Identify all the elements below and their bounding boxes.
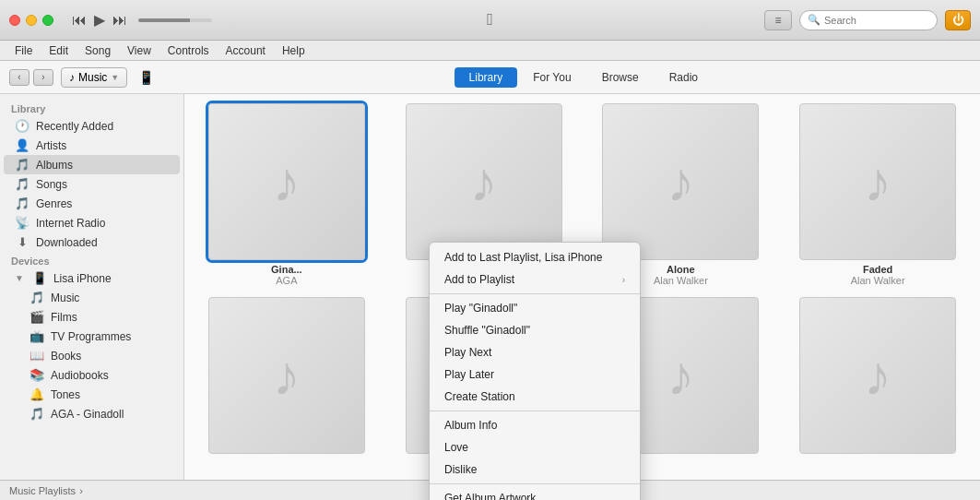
- sidebar-item-films[interactable]: 🎬 Films: [4, 307, 180, 327]
- iphone-icon: 📱: [32, 271, 47, 285]
- menu-edit[interactable]: Edit: [41, 42, 76, 59]
- content-area: ♪ Gina... AGA ♪ ♪ Alone Alan Walker ♪: [184, 94, 980, 500]
- sidebar-item-recently-added[interactable]: 🕐 Recently Added: [4, 116, 180, 136]
- apple-logo: : [487, 10, 493, 30]
- minimize-button[interactable]: [26, 15, 37, 26]
- ctx-love[interactable]: Love: [430, 436, 640, 458]
- list-view-icon: ≡: [774, 14, 781, 27]
- music-note-icon: ♪: [69, 71, 75, 84]
- ctx-play-later[interactable]: Play Later: [430, 363, 640, 386]
- ctx-play-ginadoll[interactable]: Play "Ginadoll": [430, 297, 640, 319]
- close-button[interactable]: [9, 15, 20, 26]
- fastforward-button[interactable]: ⏭: [112, 12, 127, 29]
- nav-forward-button[interactable]: ›: [33, 69, 53, 86]
- sidebar-item-books[interactable]: 📖 Books: [4, 346, 180, 365]
- music-playlists-label: Music Playlists: [9, 485, 76, 496]
- tab-radio[interactable]: Radio: [655, 67, 713, 88]
- ctx-dislike[interactable]: Dislike: [430, 458, 640, 481]
- album-card-5[interactable]: ♪: [194, 297, 380, 454]
- album-art-faded[interactable]: ♪: [799, 103, 956, 260]
- album-title-ginadoll: Gina...: [271, 264, 302, 275]
- search-input[interactable]: [824, 15, 929, 26]
- play-button[interactable]: ▶: [94, 11, 105, 29]
- ctx-create-station[interactable]: Create Station: [430, 386, 640, 408]
- tab-for-you[interactable]: For You: [518, 67, 585, 88]
- album-card-8[interactable]: ♪: [785, 297, 971, 454]
- albums-icon: 🎵: [15, 158, 30, 172]
- films-icon: 🎬: [30, 310, 44, 324]
- music-note-icon-5: ♪: [273, 344, 301, 408]
- sidebar-label-genres: Genres: [36, 197, 72, 210]
- album-artist-ginadoll: AGA: [276, 275, 297, 286]
- album-art-8[interactable]: ♪: [799, 297, 956, 454]
- tab-library[interactable]: Library: [455, 67, 518, 88]
- album-art-alone[interactable]: ♪: [602, 103, 759, 260]
- album-art-ginadoll[interactable]: ♪: [208, 103, 365, 260]
- sidebar-item-albums[interactable]: 🎵 Albums: [4, 155, 180, 174]
- nav-back-button[interactable]: ‹: [9, 69, 30, 86]
- ctx-separator-3: [430, 483, 640, 484]
- volume-slider[interactable]: [138, 18, 212, 22]
- album-art-2[interactable]: ♪: [406, 103, 562, 260]
- context-menu: Add to Last Playlist, Lisa iPhone Add to…: [429, 242, 641, 500]
- ctx-play-next[interactable]: Play Next: [430, 341, 640, 363]
- audiobooks-icon: 📚: [30, 368, 44, 382]
- search-box[interactable]: 🔍: [799, 10, 938, 30]
- sidebar-item-tv[interactable]: 📺 TV Programmes: [4, 327, 180, 346]
- menu-file[interactable]: File: [7, 42, 40, 59]
- source-selector[interactable]: ♪ Music ▼: [61, 67, 127, 88]
- sidebar-item-lisa-iphone[interactable]: ▼ 📱 Lisa iPhone: [4, 268, 180, 288]
- sidebar-label-audiobooks: Audiobooks: [51, 369, 109, 382]
- menu-song[interactable]: Song: [77, 42, 118, 59]
- device-icon[interactable]: 📱: [138, 70, 154, 85]
- ctx-add-to-playlist[interactable]: Add to Playlist ›: [430, 268, 640, 291]
- sidebar-label-films: Films: [51, 311, 77, 324]
- ctx-add-to-last-playlist[interactable]: Add to Last Playlist, Lisa iPhone: [430, 246, 640, 268]
- list-view-button[interactable]: ≡: [764, 10, 792, 30]
- ctx-shuffle-ginadoll[interactable]: Shuffle "Ginadoll": [430, 319, 640, 341]
- internet-radio-icon: 📡: [15, 216, 30, 230]
- menu-controls[interactable]: Controls: [160, 42, 217, 59]
- ctx-get-album-artwork[interactable]: Get Album Artwork: [430, 487, 640, 500]
- sidebar-item-tones[interactable]: 🔔 Tones: [4, 385, 180, 404]
- music-note-icon: ♪: [273, 150, 301, 214]
- ctx-album-info[interactable]: Album Info: [430, 414, 640, 436]
- album-card-faded[interactable]: ♪ Faded Alan Walker: [785, 103, 971, 286]
- nav-buttons: ‹ ›: [9, 69, 53, 86]
- account-button[interactable]: ⏻: [945, 10, 971, 30]
- tab-group: Library For You Browse Radio: [455, 67, 713, 88]
- music-note-icon-8: ♪: [864, 344, 891, 408]
- sidebar-item-internet-radio[interactable]: 📡 Internet Radio: [4, 213, 180, 232]
- sidebar: Library 🕐 Recently Added 👤 Artists 🎵 Alb…: [0, 94, 184, 500]
- album-artist-faded: Alan Walker: [851, 275, 905, 286]
- expand-icon: ▼: [15, 273, 24, 283]
- ctx-separator-1: [430, 293, 640, 294]
- sidebar-item-downloaded[interactable]: ⬇ Downloaded: [4, 232, 180, 252]
- submenu-arrow-icon: ›: [622, 275, 625, 285]
- library-header: Library: [0, 100, 183, 116]
- source-label: Music: [78, 71, 107, 84]
- search-icon: 🔍: [808, 14, 821, 26]
- sidebar-item-artists[interactable]: 👤 Artists: [4, 136, 180, 155]
- rewind-button[interactable]: ⏮: [72, 12, 87, 29]
- album-art-5[interactable]: ♪: [208, 297, 365, 454]
- music-note-icon-4: ♪: [864, 150, 891, 214]
- menu-help[interactable]: Help: [275, 42, 313, 59]
- maximize-button[interactable]: [42, 15, 53, 26]
- menu-account[interactable]: Account: [218, 42, 273, 59]
- menu-bar: File Edit Song View Controls Account Hel…: [0, 41, 980, 61]
- album-title-faded: Faded: [863, 264, 892, 275]
- sidebar-label-songs: Songs: [36, 178, 67, 191]
- chevron-down-icon: ›: [79, 485, 83, 496]
- tab-browse[interactable]: Browse: [587, 67, 654, 88]
- secondary-bar: ‹ › ♪ Music ▼ 📱 Library For You Browse R…: [0, 61, 980, 94]
- menu-view[interactable]: View: [120, 42, 159, 59]
- sidebar-item-audiobooks[interactable]: 📚 Audiobooks: [4, 365, 180, 385]
- music-playlists-button[interactable]: Music Playlists ›: [9, 485, 83, 496]
- sidebar-item-aga-ginadoll[interactable]: 🎵 AGA - Ginadoll: [4, 404, 180, 423]
- ctx-separator-2: [430, 411, 640, 411]
- sidebar-item-music[interactable]: 🎵 Music: [4, 288, 180, 307]
- sidebar-item-songs[interactable]: 🎵 Songs: [4, 174, 180, 194]
- sidebar-item-genres[interactable]: 🎵 Genres: [4, 194, 180, 213]
- album-card-ginadoll[interactable]: ♪ Gina... AGA: [194, 103, 380, 286]
